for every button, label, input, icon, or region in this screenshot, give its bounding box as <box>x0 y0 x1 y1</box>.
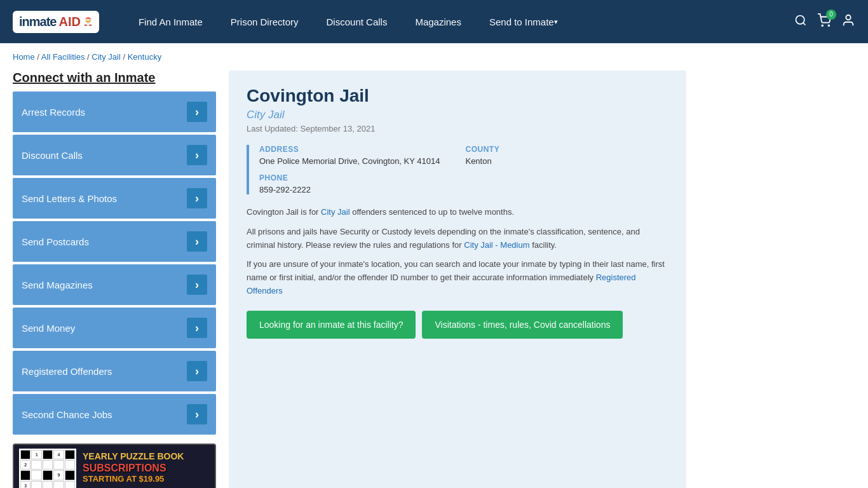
search-button[interactable] <box>794 14 807 30</box>
nav-discount-calls[interactable]: Discount Calls <box>313 0 402 43</box>
ad-line1: YEARLY PUZZLE BOOK <box>83 451 210 462</box>
address-value: One Police Memorial Drive, Covington, KY… <box>259 156 440 166</box>
sidebar-item-discount-calls[interactable]: Discount Calls › <box>13 135 216 175</box>
arrow-icon: › <box>187 318 207 338</box>
breadcrumb: Home / All Facilities / City Jail / Kent… <box>0 43 868 71</box>
nav-send-to-inmate[interactable]: Send to Inmate <box>475 0 572 43</box>
svg-point-2 <box>822 25 823 26</box>
arrow-icon: › <box>187 274 207 295</box>
city-jail-link1[interactable]: City Jail <box>321 207 350 217</box>
nav-prison-directory[interactable]: Prison Directory <box>217 0 313 43</box>
main-content: Connect with an Inmate Arrest Records › … <box>0 71 699 488</box>
county-value: Kenton <box>465 156 499 166</box>
sidebar-label-registered-offenders: Registered Offenders <box>22 366 112 377</box>
logo-text: inmate <box>19 15 56 29</box>
sidebar-label-send-postcards: Send Postcards <box>22 236 89 247</box>
sidebar-label-send-letters: Send Letters & Photos <box>22 193 117 204</box>
sidebar-item-second-chance-jobs[interactable]: Second Chance Jobs › <box>13 394 216 435</box>
arrow-icon: › <box>187 404 207 424</box>
facility-card: Covington Jail City Jail Last Updated: S… <box>229 71 686 488</box>
sidebar-label-send-magazines: Send Magazines <box>22 280 93 290</box>
sidebar-item-send-letters[interactable]: Send Letters & Photos › <box>13 178 216 219</box>
sidebar-item-send-magazines[interactable]: Send Magazines › <box>13 264 216 305</box>
breadcrumb-sep3: / <box>123 52 127 62</box>
logo-aid: AID <box>58 15 80 29</box>
arrow-icon: › <box>187 102 207 122</box>
phone-label: PHONE <box>259 173 440 182</box>
county-block: COUNTY Kenton <box>465 145 499 194</box>
sidebar-title: Connect with an Inmate <box>13 71 216 85</box>
puzzle-grid-image: 1 4 2 9 3 <box>19 449 76 489</box>
arrow-icon: › <box>187 145 207 165</box>
logo-hat: 🎅 <box>83 17 93 26</box>
sidebar-label-discount-calls: Discount Calls <box>22 150 83 161</box>
registered-offenders-link[interactable]: Registered Offenders <box>247 273 636 295</box>
address-block: ADDRESS One Police Memorial Drive, Covin… <box>259 145 440 166</box>
visitations-button[interactable]: Visitations - times, rules, Covid cancel… <box>422 311 623 339</box>
arrow-icon: › <box>187 188 207 208</box>
phone-block: PHONE 859-292-2222 <box>259 173 440 194</box>
facility-desc2: All prisons and jails have Security or C… <box>247 226 668 252</box>
search-icon <box>794 14 807 27</box>
facility-desc1: Covington Jail is for City Jail offender… <box>247 206 668 219</box>
svg-point-4 <box>846 15 850 19</box>
cart-badge: 0 <box>826 10 836 20</box>
arrow-icon: › <box>187 231 207 252</box>
action-buttons: Looking for an inmate at this facility? … <box>247 311 668 339</box>
sidebar-menu: Arrest Records › Discount Calls › Send L… <box>13 92 216 435</box>
sidebar-item-send-money[interactable]: Send Money › <box>13 308 216 348</box>
logo[interactable]: inmate AID 🎅 <box>13 11 99 33</box>
ad-line3: STARTING AT $19.95 <box>83 474 210 484</box>
facility-updated: Last Updated: September 13, 2021 <box>247 124 668 133</box>
nav-icons: 0 <box>794 13 855 30</box>
facility-name: Covington Jail <box>247 86 668 106</box>
navbar: inmate AID 🎅 Find An Inmate Prison Direc… <box>0 0 868 43</box>
county-label: COUNTY <box>465 145 499 154</box>
nav-magazines[interactable]: Magazines <box>401 0 475 43</box>
ad-line2: SUBSCRIPTIONS <box>83 462 210 474</box>
sidebar-label-second-chance-jobs: Second Chance Jobs <box>22 409 112 420</box>
svg-point-0 <box>796 15 804 24</box>
address-label: ADDRESS <box>259 145 440 154</box>
facility-type: City Jail <box>247 109 668 121</box>
facility-info: ADDRESS One Police Memorial Drive, Covin… <box>247 145 668 194</box>
sidebar-item-registered-offenders[interactable]: Registered Offenders › <box>13 351 216 391</box>
breadcrumb-city-jail[interactable]: City Jail <box>92 52 121 62</box>
nav-find-inmate[interactable]: Find An Inmate <box>125 0 217 43</box>
breadcrumb-all-facilities[interactable]: All Facilities <box>41 52 85 62</box>
sidebar: Connect with an Inmate Arrest Records › … <box>13 71 216 488</box>
user-icon <box>841 13 855 27</box>
facility-desc3: If you are unsure of your inmate's locat… <box>247 258 668 297</box>
phone-value: 859-292-2222 <box>259 185 440 194</box>
lookup-inmate-button[interactable]: Looking for an inmate at this facility? <box>247 311 416 339</box>
ad-banner[interactable]: 1 4 2 9 3 <box>13 444 216 488</box>
sidebar-label-send-money: Send Money <box>22 323 75 334</box>
cart-button[interactable]: 0 <box>817 13 831 30</box>
sidebar-item-arrest-records[interactable]: Arrest Records › <box>13 92 216 132</box>
svg-line-1 <box>803 22 806 25</box>
sidebar-label-arrest-records: Arrest Records <box>22 107 85 118</box>
svg-point-3 <box>828 25 829 26</box>
ad-text: YEARLY PUZZLE BOOK SUBSCRIPTIONS STARTIN… <box>83 451 210 488</box>
nav-links: Find An Inmate Prison Directory Discount… <box>125 0 794 43</box>
breadcrumb-home[interactable]: Home <box>13 52 35 62</box>
city-jail-medium-link[interactable]: City Jail - Medium <box>464 240 529 250</box>
breadcrumb-state[interactable]: Kentucky <box>128 52 161 62</box>
sidebar-item-send-postcards[interactable]: Send Postcards › <box>13 221 216 262</box>
arrow-icon: › <box>187 361 207 381</box>
account-button[interactable] <box>841 13 855 30</box>
